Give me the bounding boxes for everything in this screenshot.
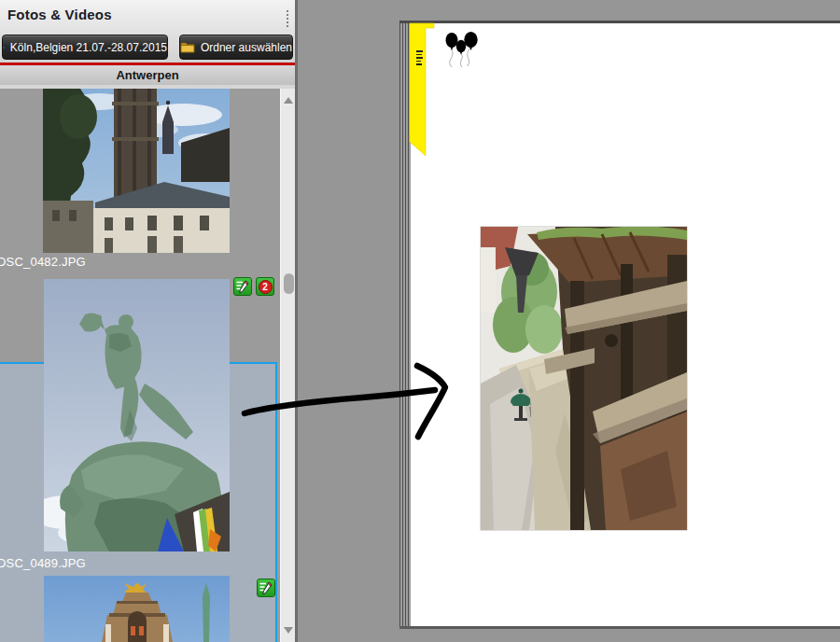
choose-folder-button[interactable]: Ordner auswählen <box>179 35 293 60</box>
back-button-label: Köln,Belgien 21.07.-28.07.2015 <box>10 41 167 54</box>
usage-count-badge[interactable]: 2 <box>256 277 274 296</box>
list-pencil-icon <box>259 580 273 595</box>
page-bottom-edge <box>399 626 840 629</box>
scroll-up-icon[interactable] <box>284 97 293 104</box>
panel-title: Fotos & Videos <box>7 7 112 22</box>
edit-badge-icon[interactable] <box>257 579 275 597</box>
thumbnail-list-scrollbar[interactable] <box>280 89 295 642</box>
balloons-clipart[interactable] <box>440 29 486 70</box>
list-pencil-icon <box>235 279 250 294</box>
photo-thumbnail-2-selected[interactable] <box>44 279 230 551</box>
panel-divider <box>295 0 298 642</box>
yellow-bookmark-tab[interactable] <box>409 22 437 159</box>
chevron-left-icon <box>3 42 5 53</box>
panel-drag-handle-icon[interactable] <box>285 10 290 27</box>
scroll-down-icon[interactable] <box>284 627 293 634</box>
edit-badge-icon[interactable] <box>233 277 252 296</box>
usage-count-value: 2 <box>259 280 273 294</box>
photo-filename-1: DSC_0482.JPG <box>0 255 86 269</box>
panel-header: Fotos & Videos <box>0 0 295 32</box>
app-window: Fotos & Videos Köln,Belgien 21.07.-28.07… <box>0 0 840 642</box>
album-section-header: Antwerpen <box>0 65 295 85</box>
photo-thumbnail-3[interactable] <box>44 576 230 642</box>
photo-thumbnail-list: DSC_0482.JPG <box>0 89 295 642</box>
back-to-folder-button[interactable]: Köln,Belgien 21.07.-28.07.2015 <box>2 35 168 60</box>
folder-button-label: Ordner auswählen <box>201 41 292 54</box>
photo-filename-2: DSC_0489.JPG <box>0 556 86 570</box>
panel-toolbar: Köln,Belgien 21.07.-28.07.2015 Ordner au… <box>0 32 295 63</box>
scrollbar-thumb[interactable] <box>284 273 294 294</box>
photos-videos-panel: Fotos & Videos Köln,Belgien 21.07.-28.07… <box>0 0 295 642</box>
album-section-title: Antwerpen <box>116 68 178 82</box>
folder-icon <box>180 41 195 53</box>
photo-thumbnail-1[interactable] <box>43 89 230 253</box>
placed-photo[interactable] <box>481 227 687 530</box>
